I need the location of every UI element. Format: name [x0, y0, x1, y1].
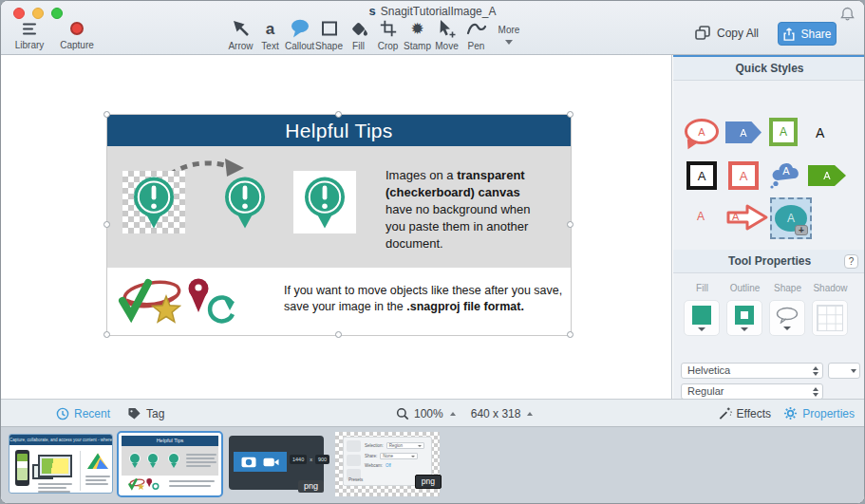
selection-handle-nw[interactable]: [103, 111, 110, 118]
pin-on-transparent-canvas: [122, 171, 185, 233]
copy-all-button[interactable]: Copy All: [694, 25, 759, 41]
help-button[interactable]: ?: [844, 254, 858, 269]
tool-pen[interactable]: Pen: [461, 18, 491, 51]
tray-thumbnail-capture-window[interactable]: 1440 x 900 png: [229, 436, 324, 490]
quick-style-black-square[interactable]: A: [686, 161, 717, 190]
recent-captures-tray: Capture, collaborate, and access your co…: [1, 426, 864, 504]
selection-handle-s[interactable]: [335, 331, 342, 338]
tool-stamp[interactable]: ✹ Stamp: [403, 18, 432, 51]
quick-style-red-arrow-outline[interactable]: A: [725, 202, 769, 233]
chevron-down-icon: [783, 327, 791, 330]
crop-tool-icon: [379, 18, 398, 39]
copy-icon: [694, 25, 711, 41]
refresh-arrow-icon: [210, 297, 235, 321]
shadow-grid-icon: [817, 305, 843, 331]
selection-handle-n[interactable]: [335, 111, 342, 118]
stepper-icon: [813, 387, 818, 397]
fill-swatch: [692, 306, 711, 325]
objects-illustration-mini: [125, 477, 163, 492]
more-tools-button[interactable]: More: [491, 18, 527, 51]
font-color-dropdown[interactable]: [828, 363, 860, 379]
library-button[interactable]: Library: [9, 19, 50, 50]
tool-properties-header: Tool Properties ?: [673, 250, 865, 273]
quick-style-blue-cloud[interactable]: A: [768, 160, 804, 189]
quick-style-green-arrow[interactable]: A: [808, 165, 846, 186]
capture-record-icon: [70, 19, 84, 38]
clock-icon: [56, 407, 69, 420]
magic-wand-icon: [718, 406, 732, 420]
tag-button[interactable]: Tag: [127, 400, 164, 427]
properties-button[interactable]: Properties: [783, 400, 855, 427]
tray-thumbnail-helpful-tips-selected[interactable]: Helpful Tips: [117, 431, 223, 497]
effects-button[interactable]: Effects: [718, 400, 771, 427]
snagit-logo-icon: s: [369, 4, 376, 18]
window-chrome: sSnagitTutorialImage_A Library Capture: [1, 1, 864, 55]
tutorial-image[interactable]: Helpful Tips Images on a transparent (ch…: [107, 115, 571, 335]
selection-handle-w[interactable]: [103, 221, 110, 228]
quick-style-selected-teal-callout[interactable]: A +: [770, 197, 812, 239]
gold-star-icon: [153, 296, 180, 322]
font-family-select[interactable]: Helvetica: [681, 363, 823, 379]
fill-color-dropdown[interactable]: [684, 300, 720, 336]
tool-arrow[interactable]: Arrow: [226, 18, 255, 51]
outline-color-dropdown[interactable]: [726, 300, 762, 336]
status-bar: Recent Tag 100% 640 x 318: [1, 399, 864, 426]
add-style-badge[interactable]: +: [795, 225, 808, 235]
quick-style-blue-arrow[interactable]: A: [725, 121, 762, 143]
alert-pin-icon: [168, 453, 179, 467]
tool-shape[interactable]: Shape: [314, 18, 344, 51]
shadow-picker[interactable]: [812, 300, 848, 336]
video-camera-icon: [262, 455, 280, 469]
window-title: sSnagitTutorialImage_A: [1, 4, 864, 18]
alert-pin-icon: [222, 175, 268, 230]
tag-icon: [127, 407, 141, 420]
quick-style-small-red-text[interactable]: A: [697, 210, 705, 223]
tray-thumbnail-capture-collaborate[interactable]: Capture, collaborate, and access your co…: [9, 434, 113, 494]
quick-style-red-square[interactable]: A: [728, 161, 759, 190]
chevron-up-icon: [527, 412, 533, 416]
notifications-bell-icon[interactable]: [840, 7, 855, 21]
camera-icon: [240, 455, 257, 469]
chevron-up-icon: [450, 412, 456, 416]
capture-bar-illustration: [234, 452, 287, 472]
stepper-icon: [813, 366, 818, 376]
tool-text[interactable]: a Text: [255, 18, 285, 51]
capture-dimensions: 1440 x 900: [290, 455, 329, 464]
quick-style-green-square[interactable]: A: [769, 118, 798, 146]
right-panel: Quick Styles A A A A A A: [673, 55, 865, 399]
chevron-down-icon: [851, 369, 856, 373]
quick-style-red-bubble[interactable]: A: [685, 119, 719, 144]
tool-crop[interactable]: Crop: [373, 18, 403, 51]
share-button[interactable]: Share: [778, 22, 837, 46]
font-style-select[interactable]: Regular: [681, 383, 823, 400]
selection-handle-ne[interactable]: [567, 111, 574, 118]
gear-icon: [783, 406, 798, 420]
phone-illustration: [15, 450, 29, 486]
editor-canvas[interactable]: Helpful Tips Images on a transparent (ch…: [1, 55, 672, 399]
canvas-dimensions-dropdown[interactable]: 640 x 318: [471, 400, 534, 427]
google-drive-icon: [87, 453, 108, 472]
tool-callout[interactable]: Callout: [285, 18, 314, 51]
objects-illustration: [117, 274, 242, 329]
selection-handle-se[interactable]: [567, 331, 574, 338]
capture-button[interactable]: Capture: [56, 19, 98, 50]
monitor-illustration: [38, 455, 72, 477]
quick-style-plain-text[interactable]: A: [816, 125, 824, 140]
shape-style-dropdown[interactable]: [769, 300, 805, 336]
property-labels: Fill Outline Shape Shadow: [673, 283, 865, 296]
outline-swatch: [735, 306, 754, 325]
drawing-toolbar: Arrow a Text Callout Shape: [226, 18, 527, 51]
library-icon: [21, 19, 38, 38]
tray-thumbnail-capture-settings[interactable]: Selection: Region Share: None Webcam: Of…: [335, 432, 440, 496]
tool-fill[interactable]: Fill: [344, 18, 373, 51]
alert-pin-icon: [131, 175, 177, 230]
file-format-badge: png: [415, 475, 442, 489]
selection-handle-e[interactable]: [567, 221, 574, 228]
selection-handle-sw[interactable]: [103, 331, 110, 338]
quick-styles-grid: A A A A A A: [673, 81, 865, 250]
recent-button[interactable]: Recent: [56, 400, 110, 427]
tutorial-bottom-section: If you want to move objects like these a…: [107, 268, 571, 335]
zoom-level-dropdown[interactable]: 100%: [396, 400, 456, 427]
chevron-down-icon: [698, 327, 705, 331]
tool-move[interactable]: Move: [432, 18, 461, 51]
